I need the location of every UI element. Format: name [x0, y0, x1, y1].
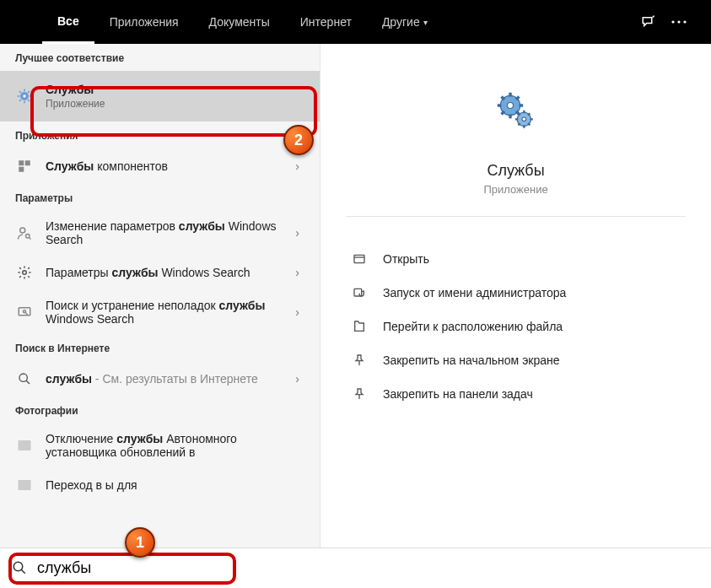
pin-icon: [351, 386, 368, 402]
result-services-app[interactable]: Службы Приложение: [0, 71, 320, 121]
pin-icon: [351, 352, 368, 369]
folder-icon: [351, 318, 368, 335]
open-icon: [351, 251, 368, 267]
svg-rect-6: [25, 160, 30, 165]
admin-shield-icon: [351, 284, 368, 301]
search-icon: [12, 560, 29, 577]
svg-point-17: [507, 103, 513, 109]
svg-point-0: [671, 20, 674, 23]
svg-rect-21: [354, 289, 362, 296]
section-settings: Параметры: [0, 184, 320, 211]
action-run-admin[interactable]: Запуск от имени администратора: [346, 276, 686, 310]
tab-docs[interactable]: Документы: [194, 0, 285, 44]
section-web: Поиск в Интернете: [0, 334, 320, 361]
chevron-right-icon[interactable]: ›: [290, 159, 304, 173]
user-search-icon: [15, 224, 34, 242]
preview-title: Службы: [346, 162, 686, 180]
chevron-right-icon[interactable]: ›: [290, 305, 304, 319]
section-photos: Фотографии: [0, 396, 320, 423]
section-apps: Приложения: [0, 121, 320, 148]
services-gear-icon: [15, 87, 34, 105]
photo-thumb-icon: [15, 476, 34, 494]
result-subtitle: Приложение: [46, 98, 304, 110]
gear-icon: [15, 263, 34, 282]
svg-point-22: [13, 562, 23, 571]
search-bar[interactable]: [0, 548, 711, 588]
result-title: Службы: [46, 83, 304, 96]
svg-point-10: [23, 271, 27, 275]
svg-point-12: [24, 310, 26, 313]
result-web-search[interactable]: службы - См. результаты в Интернете ›: [0, 361, 320, 396]
component-services-icon: [15, 157, 34, 175]
tab-more[interactable]: Другие▾: [367, 0, 443, 44]
svg-point-19: [522, 117, 526, 121]
result-component-services[interactable]: Службы компонентов ›: [0, 148, 320, 184]
chevron-right-icon[interactable]: ›: [290, 266, 304, 279]
preview-services-icon: [482, 78, 550, 145]
result-photo-2[interactable]: Переход в ы для: [0, 467, 320, 503]
svg-rect-15: [19, 480, 31, 490]
preview-type: Приложение: [346, 183, 686, 217]
tab-web[interactable]: Интернет: [285, 0, 367, 44]
action-file-location[interactable]: Перейти к расположению файла: [346, 310, 686, 343]
svg-point-8: [20, 228, 25, 233]
tab-all[interactable]: Все: [42, 0, 94, 44]
svg-rect-11: [19, 308, 30, 316]
chevron-right-icon[interactable]: ›: [290, 372, 304, 386]
photo-thumb-icon: [15, 436, 34, 455]
result-photo-1[interactable]: Отключение службы Автономного установщик…: [0, 423, 320, 467]
svg-point-13: [19, 374, 27, 381]
result-setting-params[interactable]: Параметры службы Windows Search ›: [0, 255, 320, 290]
search-input[interactable]: [37, 559, 699, 577]
action-pin-start[interactable]: Закрепить на начальном экране: [346, 343, 686, 377]
svg-point-9: [26, 235, 30, 239]
result-setting-troubleshoot[interactable]: Поиск и устранение неполадок службы Wind…: [0, 290, 320, 334]
feedback-icon[interactable]: [633, 7, 664, 37]
search-icon: [15, 370, 34, 388]
svg-rect-20: [354, 255, 364, 262]
troubleshoot-icon: [15, 303, 34, 321]
svg-rect-7: [19, 167, 24, 172]
svg-point-2: [683, 20, 686, 23]
svg-rect-14: [19, 440, 31, 450]
svg-point-1: [677, 20, 680, 23]
action-open[interactable]: Открыть: [346, 242, 686, 276]
result-setting-change-params[interactable]: Изменение параметров службы Windows Sear…: [0, 211, 320, 255]
svg-rect-5: [19, 160, 24, 165]
chevron-right-icon[interactable]: ›: [290, 226, 304, 240]
tab-apps[interactable]: Приложения: [94, 0, 194, 44]
more-icon[interactable]: [664, 7, 694, 37]
chevron-down-icon: ▾: [423, 18, 428, 27]
section-best-match: Лучшее соответствие: [0, 44, 320, 71]
svg-point-4: [23, 94, 25, 97]
action-pin-taskbar[interactable]: Закрепить на панели задач: [346, 377, 686, 411]
